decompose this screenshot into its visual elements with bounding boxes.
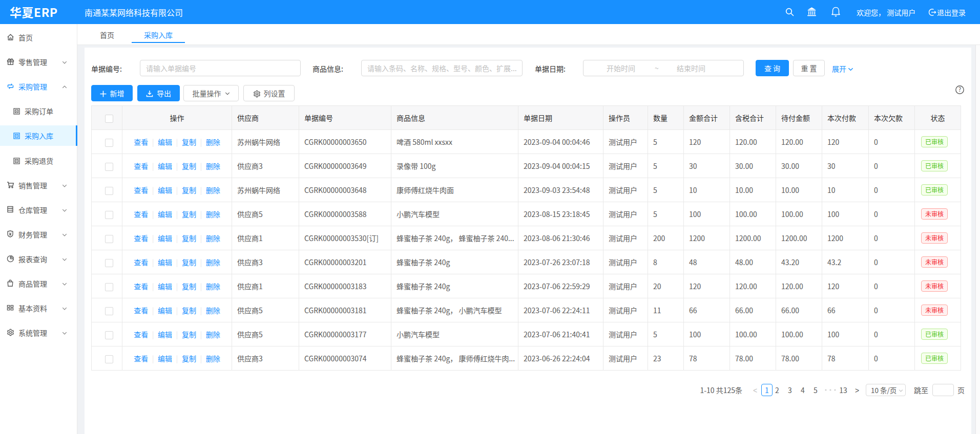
svg-text:?: ? <box>958 85 961 93</box>
